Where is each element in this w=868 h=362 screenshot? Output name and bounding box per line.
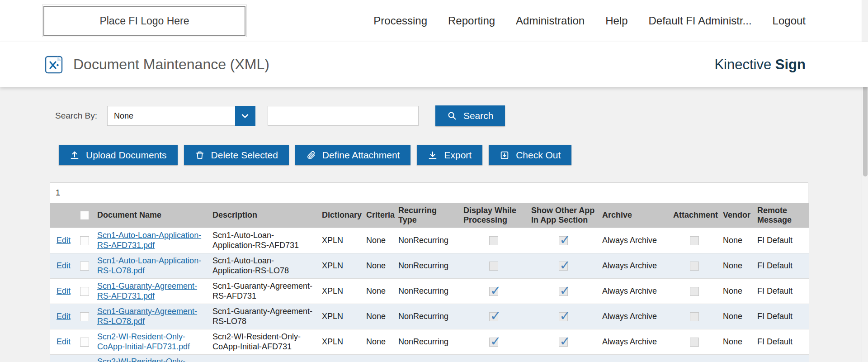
archive-cell: Always Archive [599,278,670,304]
attachment-checkbox[interactable] [690,262,699,271]
col-recurring-type: Recurring Type [395,203,460,228]
edit-link[interactable]: Edit [57,261,71,270]
vendor-cell: None [719,253,754,278]
pagination-bar: 1 [50,183,808,203]
dictionary-cell: XPLN [318,278,363,304]
attachment-checkbox[interactable] [690,287,699,296]
dictionary-cell: XPLN [318,329,363,354]
display-while-processing-checkbox[interactable] [489,262,498,271]
remote-message-cell: FI Default [754,329,809,354]
table-body: Edit Scn1-Auto-Loan-Application-RS-AFD73… [50,228,809,362]
nav-item-administration[interactable]: Administration [516,14,585,27]
edit-link[interactable]: Edit [57,337,71,346]
vendor-cell: None [719,278,754,304]
documents-table-container: 1 Document Name Description Dictionary C… [50,182,808,362]
criteria-cell: None [363,304,395,329]
table-row: Edit Scn1-Auto-Loan-Application-RS-AFD73… [50,228,809,253]
vendor-cell: None [719,329,754,354]
recurring-type-cell: NonRecurring [395,304,460,329]
description-cell: Scn1-Auto-Loan-Application-RS-AFD731 [209,228,318,253]
criteria-cell: None [363,228,395,253]
edit-link[interactable]: Edit [57,286,71,295]
archive-cell: Always Archive [599,228,670,253]
export-label: Export [444,150,472,161]
show-other-app-checkbox[interactable] [559,262,568,271]
display-while-processing-checkbox[interactable] [489,236,498,245]
nav-item-processing[interactable]: Processing [373,14,427,27]
document-name-cell: Scn1-Auto-Loan-Application-RS-AFD731.pdf [94,228,209,253]
description-cell: Scn1-Guaranty-Agreement-RS-AFD731 [209,278,318,304]
select-all-checkbox[interactable] [80,211,89,220]
display-while-processing-checkbox[interactable] [489,338,498,347]
delete-selected-button[interactable]: Delete Selected [184,145,289,165]
dictionary-cell: XPLN [318,253,363,278]
document-name-link[interactable]: Scn1-Auto-Loan-Application-RS-AFD731.pdf [97,231,201,250]
row-select-checkbox[interactable] [80,312,89,321]
upload-documents-button[interactable]: Upload Documents [59,145,178,165]
row-select-checkbox[interactable] [80,262,89,271]
document-name-cell: Scn2-WI-Resident-Only-CoApp-Signature2-A… [94,354,209,362]
vendor-cell: None [719,304,754,329]
row-select-checkbox[interactable] [80,236,89,245]
edit-link[interactable]: Edit [57,312,71,321]
document-name-link[interactable]: Scn1-Guaranty-Agreement-RS-AFD731.pdf [97,281,197,301]
documents-table: Document Name Description Dictionary Cri… [50,203,809,362]
check-out-button[interactable]: Check Out [489,145,571,165]
recurring-type-cell: NonRecurring [395,253,460,278]
page-header: Document Maintenance (XML) Kinective Sig… [0,42,868,87]
col-description: Description [209,203,318,228]
nav-item-help[interactable]: Help [605,14,627,27]
check-out-label: Check Out [516,150,561,161]
edit-link[interactable]: Edit [57,236,71,245]
show-other-app-checkbox[interactable] [559,338,568,347]
dictionary-cell: XPLN [318,304,363,329]
document-name-link[interactable]: Scn1-Auto-Loan-Application-RS-LO78.pdf [97,256,201,276]
dictionary-cell: XPLN [318,228,363,253]
display-while-processing-checkbox[interactable] [489,312,498,321]
attachment-checkbox[interactable] [690,312,699,321]
search-button-label: Search [463,110,494,121]
export-button[interactable]: Export [417,145,482,165]
description-cell: Scn1-Guaranty-Agreement-RS-LO78 [209,304,318,329]
edit-column-header [50,203,75,228]
export-download-icon [428,150,438,160]
define-attachment-button[interactable]: Define Attachment [295,145,411,165]
col-vendor: Vendor [719,203,754,228]
chevron-down-icon [241,111,250,120]
nav-item-current-user[interactable]: Default FI Administr... [649,14,752,27]
nav-item-reporting[interactable]: Reporting [448,14,495,27]
dictionary-cell: XPLN [318,354,363,362]
vendor-cell: None [719,228,754,253]
dropdown-toggle-button[interactable] [235,106,255,126]
attachment-checkbox[interactable] [690,338,699,347]
show-other-app-checkbox[interactable] [559,236,568,245]
brand-regular: Kinective [714,57,771,72]
search-row: Search By: None Search [55,105,868,126]
document-name-link[interactable]: Scn2-WI-Resident-Only-CoApp-Initial-AFD7… [97,332,190,352]
show-other-app-checkbox[interactable] [559,312,568,321]
fi-logo-placeholder: Place FI Logo Here [43,6,245,36]
row-select-checkbox[interactable] [80,287,89,296]
row-select-checkbox[interactable] [80,338,89,347]
search-input[interactable] [268,106,419,126]
remote-message-cell: FI Default [754,253,809,278]
check-out-box-icon [500,150,509,160]
fi-logo-text: Place FI Logo Here [99,15,189,27]
col-remote-message: Remote Message [754,203,809,228]
description-cell: Scn1-Auto-Loan-Application-RS-LO78 [209,253,318,278]
description-cell: Scn2-WI-Resident-Only-CoApp-Signature2-A… [209,354,318,362]
col-display-while-processing: Display While Processing [460,203,528,228]
search-button[interactable]: Search [435,105,505,126]
col-show-other-app: Show Other App In App Section [528,203,599,228]
attachment-checkbox[interactable] [690,236,699,245]
search-by-dropdown[interactable]: None [107,106,255,126]
archive-cell: Always Archive [599,329,670,354]
remote-message-cell: FI Default [754,354,809,362]
criteria-cell: None [363,278,395,304]
document-name-link[interactable]: Scn2-WI-Resident-Only-CoApp-Signature2-A… [97,357,185,362]
page-number[interactable]: 1 [56,188,60,198]
show-other-app-checkbox[interactable] [559,287,568,296]
display-while-processing-checkbox[interactable] [489,287,498,296]
document-name-link[interactable]: Scn1-Guaranty-Agreement-RS-LO78.pdf [97,307,197,326]
nav-item-logout[interactable]: Logout [773,14,806,27]
